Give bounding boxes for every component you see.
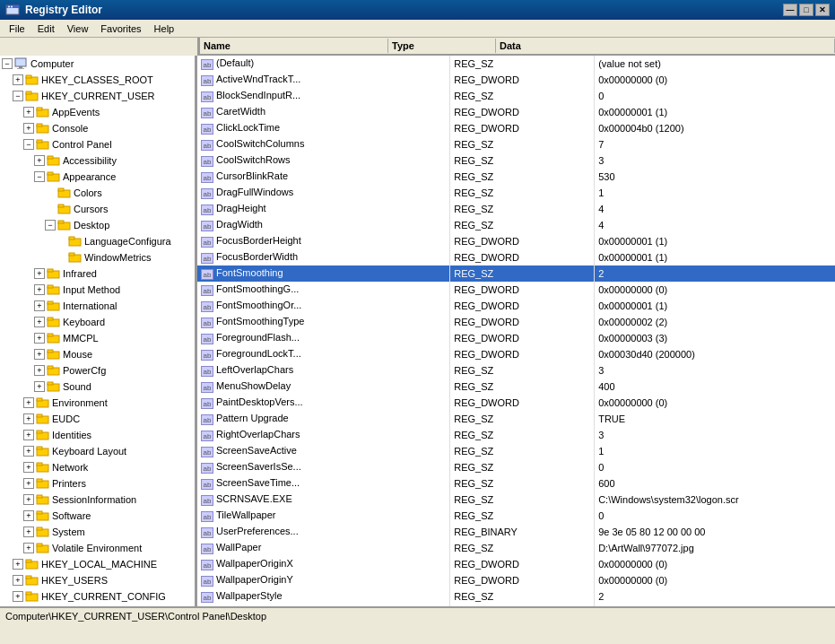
tree-node-environment[interactable]: + Environment: [0, 395, 195, 411]
maximize-button[interactable]: □: [799, 4, 813, 16]
expand-infrared[interactable]: +: [34, 268, 45, 279]
expand-mouse[interactable]: +: [34, 349, 45, 360]
menu-item-view[interactable]: View: [62, 22, 94, 36]
tree-node-console[interactable]: + Console: [0, 120, 195, 136]
expand-appevents[interactable]: +: [23, 107, 34, 117]
tree-node-hklm[interactable]: + HKEY_LOCAL_MACHINE: [0, 556, 195, 572]
table-row[interactable]: abRightOverlapCharsREG_SZ3: [197, 427, 835, 443]
table-row[interactable]: ab(Default)REG_SZ(value not set): [197, 56, 835, 72]
tree-node-sound[interactable]: + Sound: [0, 379, 195, 395]
table-row[interactable]: abCaretWidthREG_DWORD0x00000001 (1): [197, 104, 835, 120]
expand-international[interactable]: +: [34, 300, 45, 311]
tree-node-hkcc[interactable]: + HKEY_CURRENT_CONFIG: [0, 588, 195, 605]
expand-powercfg[interactable]: +: [34, 365, 45, 376]
table-row[interactable]: abCoolSwitchColumnsREG_SZ7: [197, 136, 835, 152]
table-row[interactable]: abFocusBorderHeightREG_DWORD0x00000001 (…: [197, 233, 835, 249]
table-row[interactable]: abClickLockTimeREG_DWORD0x000004b0 (1200…: [197, 120, 835, 136]
tree-node-eudc[interactable]: + EUDC: [0, 411, 195, 427]
expand-eudc[interactable]: +: [23, 413, 34, 424]
table-row[interactable]: abBlockSendInputR...REG_SZ0: [197, 88, 835, 104]
tree-node-appevents[interactable]: + AppEvents: [0, 104, 195, 120]
expand-hkcr[interactable]: +: [13, 74, 23, 85]
tree-node-colors[interactable]: Colors: [0, 185, 195, 201]
tree-node-mouse[interactable]: + Mouse: [0, 346, 195, 362]
tree-node-cursors[interactable]: Cursors: [0, 201, 195, 217]
table-row[interactable]: abDragHeightREG_SZ4: [197, 201, 835, 217]
minimize-button[interactable]: —: [783, 4, 797, 16]
tree-node-powercfg[interactable]: + PowerCfg: [0, 362, 195, 379]
tree-node-volatileenv[interactable]: + Volatile Environment: [0, 540, 195, 556]
table-row[interactable]: abFontSmoothingREG_SZ2: [197, 265, 835, 282]
table-row[interactable]: abPattern UpgradeREG_SZTRUE: [197, 411, 835, 427]
table-row[interactable]: abWallPaperREG_SZD:\ArtWall\977072.jpg: [197, 540, 835, 556]
table-row[interactable]: abLeftOverlapCharsREG_SZ3: [197, 362, 835, 379]
table-row[interactable]: abForegroundFlash...REG_DWORD0x00000003 …: [197, 330, 835, 346]
table-row[interactable]: abScreenSaveTime...REG_SZ600: [197, 475, 835, 492]
expand-mmcpl[interactable]: +: [34, 333, 45, 344]
expand-keyboardlayout[interactable]: +: [23, 446, 34, 457]
table-row[interactable]: abFontSmoothingTypeREG_DWORD0x00000002 (…: [197, 314, 835, 330]
tree-node-controlpanel[interactable]: − Control Panel: [0, 136, 195, 152]
table-row[interactable]: abFontSmoothingOr...REG_DWORD0x00000001 …: [197, 298, 835, 314]
expand-computer[interactable]: −: [2, 58, 13, 69]
expand-hkcc[interactable]: +: [13, 591, 23, 602]
tree-node-sessioninfo[interactable]: + SessionInformation: [0, 492, 195, 508]
tree-node-inputmethod[interactable]: + Input Method: [0, 282, 195, 298]
tree-node-hkcu[interactable]: − HKEY_CURRENT_USER: [0, 88, 195, 104]
tree-node-langconfig[interactable]: LanguageConfigura: [0, 233, 195, 249]
table-row[interactable]: abPaintDesktopVers...REG_DWORD0x00000000…: [197, 395, 835, 411]
expand-inputmethod[interactable]: +: [34, 284, 45, 295]
table-row[interactable]: abScreenSaveActiveREG_SZ1: [197, 443, 835, 459]
tree-node-network[interactable]: + Network: [0, 459, 195, 475]
expand-sessioninfo[interactable]: +: [23, 494, 34, 505]
table-row[interactable]: abScreenSaverIsSe...REG_SZ0: [197, 459, 835, 475]
tree-node-desktop[interactable]: − Desktop: [0, 217, 195, 233]
table-row[interactable]: abWallpaperOriginYREG_DWORD0x00000000 (0…: [197, 572, 835, 588]
expand-appearance[interactable]: −: [34, 171, 45, 182]
expand-printers[interactable]: +: [23, 478, 34, 489]
expand-accessibility[interactable]: +: [34, 155, 45, 166]
expand-software[interactable]: +: [23, 510, 34, 521]
table-row[interactable]: abDragWidthREG_SZ4: [197, 217, 835, 233]
expand-hku[interactable]: +: [13, 575, 23, 586]
tree-node-international[interactable]: + International: [0, 298, 195, 314]
table-row[interactable]: abActiveWndTrackT...REG_DWORD0x00000000 …: [197, 72, 835, 88]
tree-node-appearance[interactable]: − Appearance: [0, 169, 195, 185]
table-row[interactable]: abCoolSwitchRowsREG_SZ3: [197, 152, 835, 169]
expand-identities[interactable]: +: [23, 430, 34, 440]
table-row[interactable]: abFontSmoothingG...REG_DWORD0x00000000 (…: [197, 282, 835, 298]
close-button[interactable]: ✕: [815, 4, 830, 16]
expand-console[interactable]: +: [23, 123, 34, 134]
table-row[interactable]: abDragFullWindowsREG_SZ1: [197, 185, 835, 201]
tree-node-windowmetrics[interactable]: WindowMetrics: [0, 249, 195, 265]
tree-node-infrared[interactable]: + Infrared: [0, 265, 195, 282]
table-row[interactable]: abUserPreferences...REG_BINARY9e 3e 05 8…: [197, 524, 835, 540]
table-row[interactable]: abForegroundLockT...REG_DWORD0x00030d40 …: [197, 346, 835, 362]
table-row[interactable]: abSCRNSAVE.EXEREG_SZC:\Windows\system32\…: [197, 492, 835, 508]
expand-hklm[interactable]: +: [13, 559, 23, 570]
tree-node-accessibility[interactable]: + Accessibility: [0, 152, 195, 169]
menu-item-help[interactable]: Help: [149, 22, 180, 36]
table-row[interactable]: abWheelScrollCharsREG_SZ3: [197, 605, 835, 606]
table-row[interactable]: abTileWallpaperREG_SZ0: [197, 508, 835, 524]
tree-node-hku[interactable]: + HKEY_USERS: [0, 572, 195, 588]
table-row[interactable]: abWallpaperStyleREG_SZ2: [197, 588, 835, 605]
tree-node-keyboard[interactable]: + Keyboard: [0, 314, 195, 330]
expand-environment[interactable]: +: [23, 397, 34, 408]
tree-node-system[interactable]: + System: [0, 524, 195, 540]
expand-hkcu[interactable]: −: [13, 91, 23, 101]
tree-node-mmcpl[interactable]: + MMCPL: [0, 330, 195, 346]
tree-node-printers[interactable]: + Printers: [0, 475, 195, 492]
tree-node-identities[interactable]: + Identities: [0, 427, 195, 443]
expand-desktop[interactable]: −: [45, 220, 56, 231]
expand-volatileenv[interactable]: +: [23, 543, 34, 553]
table-row[interactable]: abWallpaperOriginXREG_DWORD0x00000000 (0…: [197, 556, 835, 572]
expand-keyboard[interactable]: +: [34, 317, 45, 327]
table-row[interactable]: abFocusBorderWidthREG_DWORD0x00000001 (1…: [197, 249, 835, 265]
menu-item-favorites[interactable]: Favorites: [95, 22, 146, 36]
tree-root[interactable]: − Computer: [0, 56, 195, 72]
table-row[interactable]: abCursorBlinkRateREG_SZ530: [197, 169, 835, 185]
expand-controlpanel[interactable]: −: [23, 139, 34, 150]
table-row[interactable]: abMenuShowDelayREG_SZ400: [197, 379, 835, 395]
tree-node-keyboardlayout[interactable]: + Keyboard Layout: [0, 443, 195, 459]
